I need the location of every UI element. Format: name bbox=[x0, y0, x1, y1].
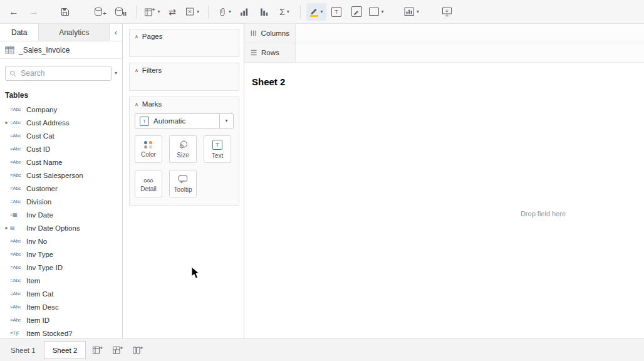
filters-card[interactable]: ∧ Filters bbox=[129, 63, 239, 91]
detail-button[interactable]: Detail bbox=[135, 170, 162, 197]
show-mark-labels-button[interactable]: T bbox=[326, 3, 346, 21]
dropdown-caret-icon: ▾ bbox=[381, 9, 383, 14]
dropdown-caret-icon: ▾ bbox=[320, 9, 323, 14]
totals-button[interactable]: Σ ▾ bbox=[274, 3, 294, 21]
toolbar: ← → ▾ ⇄ bbox=[0, 0, 644, 24]
field-row[interactable]: =Abc Item ID bbox=[0, 313, 122, 327]
tables-section-title: Tables bbox=[0, 85, 122, 103]
save-button[interactable] bbox=[55, 3, 75, 21]
pause-auto-updates-button[interactable] bbox=[110, 3, 130, 21]
new-worksheet-button[interactable]: ▾ bbox=[142, 3, 162, 21]
field-row[interactable]: ▸ ▤ Inv Date Options bbox=[0, 221, 122, 234]
data-pane: Data Analytics ‹ _Sales_Invoice ▾ Tables… bbox=[0, 24, 123, 338]
show-hide-cards-button[interactable]: ▾ bbox=[402, 3, 422, 21]
expand-arrow-icon[interactable]: ▸ bbox=[3, 225, 10, 231]
field-row[interactable]: =Abc Customer bbox=[0, 182, 122, 195]
field-type-icon: =Abc bbox=[10, 304, 26, 310]
tooltip-button[interactable]: Tooltip bbox=[169, 170, 197, 197]
redo-button[interactable]: → bbox=[24, 3, 44, 21]
field-row[interactable]: =Abc Cust Cat bbox=[0, 129, 122, 142]
field-row[interactable]: ▸ =Abc Cust Address bbox=[0, 116, 122, 129]
rows-icon bbox=[250, 49, 257, 56]
expand-arrow-icon[interactable]: ▸ bbox=[3, 120, 10, 125]
sort-ascending-button[interactable] bbox=[234, 3, 254, 21]
field-row[interactable]: =Abc Inv No bbox=[0, 234, 122, 248]
field-row[interactable]: =Abc Cust Name bbox=[0, 155, 122, 169]
field-type-icon: =Abc bbox=[10, 120, 26, 125]
field-row[interactable]: =Abc Item bbox=[0, 274, 122, 287]
format-button[interactable] bbox=[346, 3, 366, 21]
sheet-tab-2[interactable]: Sheet 2 bbox=[44, 341, 86, 359]
collapse-chevron-icon: ∧ bbox=[135, 34, 138, 39]
color-button[interactable]: Color bbox=[135, 135, 162, 163]
marks-card-label: Marks bbox=[142, 100, 162, 108]
field-row[interactable]: =Abc Company bbox=[0, 103, 122, 116]
field-row[interactable]: =Abc Inv Type bbox=[0, 248, 122, 261]
totals-sigma-icon: Σ bbox=[279, 8, 285, 16]
field-label: Item Desc bbox=[26, 303, 59, 311]
sort-ascending-icon bbox=[240, 7, 249, 16]
field-label: Item Stocked? bbox=[26, 330, 73, 337]
field-label: Customer bbox=[26, 185, 58, 192]
undo-button[interactable]: ← bbox=[4, 3, 24, 21]
clear-sheet-button[interactable]: ▾ bbox=[182, 3, 202, 21]
group-members-button[interactable]: ▾ bbox=[214, 3, 234, 21]
columns-shelf[interactable] bbox=[296, 24, 644, 43]
filters-card-header[interactable]: ∧ Filters bbox=[135, 66, 234, 74]
field-row[interactable]: =Abc Inv Type ID bbox=[0, 261, 122, 274]
pages-card-header[interactable]: ∧ Pages bbox=[135, 33, 234, 40]
size-button[interactable]: Size bbox=[169, 135, 197, 163]
collapse-pane-button[interactable]: ‹ bbox=[110, 24, 122, 41]
field-row[interactable]: =▦ Inv Date bbox=[0, 208, 122, 221]
dropdown-caret-icon: ▾ bbox=[225, 118, 227, 123]
field-row[interactable]: =T|F Item Stocked? bbox=[0, 327, 122, 338]
datasource-row[interactable]: _Sales_Invoice bbox=[0, 41, 122, 59]
tab-analytics[interactable]: Analytics bbox=[38, 24, 110, 41]
new-worksheet-icon bbox=[92, 345, 103, 355]
field-label: Division bbox=[26, 198, 51, 206]
marks-buttons: Color Size T Text Detail bbox=[135, 135, 234, 200]
sort-descending-button[interactable] bbox=[254, 3, 274, 21]
presentation-mode-button[interactable] bbox=[437, 3, 457, 21]
field-type-icon: =Abc bbox=[10, 251, 26, 257]
pause-auto-updates-icon bbox=[115, 7, 127, 17]
field-label: Cust Salesperson bbox=[26, 172, 83, 179]
field-type-icon: =Abc bbox=[10, 146, 26, 152]
field-row[interactable]: =Abc Division bbox=[0, 195, 122, 208]
field-type-icon: =Abc bbox=[10, 159, 26, 165]
columns-icon bbox=[250, 29, 257, 37]
new-dashboard-button[interactable] bbox=[108, 342, 126, 358]
field-label: Inv Date bbox=[26, 211, 53, 219]
field-row[interactable]: =Abc Cust Salesperson bbox=[0, 169, 122, 182]
search-options-caret-icon[interactable]: ▾ bbox=[115, 71, 117, 76]
datasource-icon bbox=[5, 46, 14, 55]
highlight-button[interactable]: ▾ bbox=[306, 3, 326, 21]
tab-data[interactable]: Data bbox=[0, 24, 38, 41]
tooltip-button-label: Tooltip bbox=[174, 186, 192, 193]
text-button[interactable]: T Text bbox=[204, 135, 231, 163]
rows-shelf-row: Rows bbox=[244, 43, 644, 63]
marks-card-header[interactable]: ∧ Marks bbox=[135, 100, 234, 108]
presentation-mode-icon bbox=[442, 7, 452, 17]
search-box[interactable] bbox=[5, 66, 112, 81]
field-row[interactable]: =Abc Item Cat bbox=[0, 287, 122, 300]
new-data-source-button[interactable] bbox=[90, 3, 110, 21]
text-button-label: Text bbox=[212, 152, 223, 159]
swap-rows-columns-button[interactable]: ⇄ bbox=[162, 3, 182, 21]
field-row[interactable]: =Abc Cust ID bbox=[0, 142, 122, 155]
pages-card[interactable]: ∧ Pages bbox=[129, 29, 239, 57]
new-worksheet-tab-button[interactable] bbox=[88, 342, 106, 358]
search-input[interactable] bbox=[19, 68, 107, 78]
dropdown-caret-icon: ▾ bbox=[287, 9, 289, 14]
sheet-view[interactable]: Sheet 2 Drop field here bbox=[244, 63, 644, 338]
mark-type-dropdown[interactable]: T Automatic ▾ bbox=[135, 113, 234, 128]
field-type-icon: =Abc bbox=[10, 133, 26, 139]
mark-type-caret[interactable]: ▾ bbox=[219, 114, 233, 128]
rows-shelf[interactable] bbox=[296, 43, 644, 62]
sheet-tab-1[interactable]: Sheet 1 bbox=[3, 342, 44, 358]
new-dashboard-icon bbox=[112, 345, 123, 355]
toolbar-separator bbox=[300, 6, 301, 18]
field-row[interactable]: =Abc Item Desc bbox=[0, 300, 122, 313]
fit-button[interactable]: ▾ bbox=[366, 3, 387, 21]
new-story-button[interactable] bbox=[128, 342, 146, 358]
